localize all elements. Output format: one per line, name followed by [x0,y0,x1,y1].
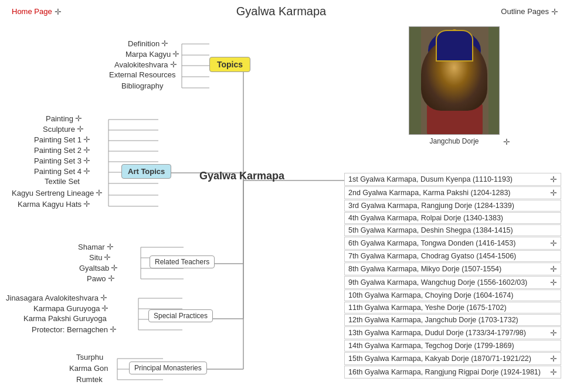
list-item[interactable]: 3rd Gyalwa Karmapa, Rangjung Dorje (1284… [344,200,561,212]
ps2-plus-icon: ✛ [83,145,90,155]
list-item[interactable]: 6th Gyalwa Karmapa, Tongwa Donden (1416-… [344,237,561,250]
kkh-plus-icon: ✛ [83,199,90,209]
mon-item-rumtek[interactable]: Rumtek [76,375,103,384]
outline-pages-label: Outline Pages [501,7,549,16]
list-item-label: 1st Gyalwa Karmapa, Dusum Kyenpa (1110-1… [348,175,513,183]
special-practices-box[interactable]: Special Practices [148,309,213,322]
art-topics-box[interactable]: Art Topics [121,164,171,179]
topics-item-external-resources[interactable]: External Resources [109,70,175,79]
rt-item-situ[interactable]: Situ ✛ [89,253,111,262]
list-item-label: 11th Gyalwa Karmapa, Yeshe Dorje (1675-1… [348,304,507,312]
topics-item-bibliography[interactable]: Bibliography [121,81,164,90]
sp-item-jinasagara[interactable]: Jinasagara Avalokiteshvara ✛ [6,293,107,302]
svg-rect-45 [442,36,467,40]
svg-rect-48 [409,27,421,135]
list-item-label: 13th Gyalwa Karmapa, Dudul Dorje (1733/3… [348,329,526,337]
list-item-label: 14th Gyalwa Karmapa, Tegchog Dorje (1799… [348,342,514,350]
jina-plus-icon: ✛ [100,293,107,302]
painting-plus-icon: ✛ [75,114,82,123]
list-item-plus-icon: ✛ [550,367,557,377]
art-item-painting-set-2[interactable]: Painting Set 2 ✛ [34,145,90,155]
page-title: Gyalwa Karmapa [62,5,501,18]
art-item-karma-kagyu-hats[interactable]: Karma Kagyu Hats ✛ [18,199,90,209]
list-item-plus-icon: ✛ [550,328,557,338]
topics-box[interactable]: Topics [209,57,250,72]
list-item[interactable]: 14th Gyalwa Karmapa, Tegchog Dorje (1799… [344,340,561,352]
list-item[interactable]: 13th Gyalwa Karmapa, Dudul Dorje (1733/3… [344,326,561,339]
art-item-painting-set-4[interactable]: Painting Set 4 ✛ [34,166,90,176]
list-item[interactable]: 1st Gyalwa Karmapa, Dusum Kyenpa (1110-1… [344,173,561,186]
list-item[interactable]: 7th Gyalwa Karmapa, Chodrag Gyatso (1454… [344,250,561,262]
outline-plus-icon: ✛ [551,7,558,16]
topics-marpa-label: Marpa Kagyu [125,50,171,59]
list-item[interactable]: 5th Gyalwa Karmapa, Deshin Shegpa (1384-… [344,224,561,236]
topics-definition-label: Definition [128,39,160,48]
topics-item-avalokiteshvara[interactable]: Avalokiteshvara ✛ [114,60,177,69]
art-item-sculpture[interactable]: Sculpture ✛ [43,124,84,134]
art-topics-label: Art Topics [128,167,165,176]
art-item-textile-set[interactable]: Textile Set [45,177,80,186]
related-teachers-box[interactable]: Related Teachers [150,255,215,268]
list-item-label: 2nd Gyalwa Karmapa, Karma Pakshi (1204-1… [348,189,511,197]
list-item[interactable]: 8th Gyalwa Karmapa, Mikyo Dorje (1507-15… [344,263,561,275]
list-item[interactable]: 12th Gyalwa Karmapa, Jangchub Dorje (170… [344,314,561,326]
list-item-plus-icon: ✛ [550,264,557,274]
marpa-plus-icon: ✛ [172,49,179,59]
art-item-painting-set-3[interactable]: Painting Set 3 ✛ [34,156,90,165]
topics-item-marpa-kagyu[interactable]: Marpa Kagyu ✛ [125,49,179,59]
list-item-plus-icon: ✛ [550,175,557,184]
rt-item-shamar[interactable]: Shamar ✛ [78,242,114,251]
art-item-painting[interactable]: Painting ✛ [46,114,82,123]
kg-plus-icon: ✛ [101,304,108,313]
svg-rect-49 [488,27,500,135]
list-item-plus-icon: ✛ [550,238,557,248]
sp-item-karmapa-guruyoga[interactable]: Karmapa Guruyoga ✛ [33,304,108,313]
list-item-label: 3rd Gyalwa Karmapa, Rangjung Dorje (1284… [348,202,514,210]
list-item-label: 8th Gyalwa Karmapa, Mikyo Dorje (1507-15… [348,265,501,273]
list-item[interactable]: 15th Gyalwa Karmapa, Kakyab Dorje (1870/… [344,352,561,365]
central-title: Gyalwa Karmapa [199,170,284,182]
list-item[interactable]: 9th Gyalwa Karmapa, Wangchug Dorje (1556… [344,276,561,289]
image-section: ✛ Jangchub Dorje [409,26,500,145]
list-item[interactable]: 11th Gyalwa Karmapa, Yeshe Dorje (1675-1… [344,302,561,313]
topics-ext-label: External Resources [109,70,175,79]
ksl-plus-icon: ✛ [96,188,103,197]
ps4-plus-icon: ✛ [83,166,90,176]
list-item[interactable]: 4th Gyalwa Karmapa, Rolpai Dorje (1340-1… [344,212,561,224]
shamar-plus-icon: ✛ [107,242,114,251]
list-item-label: 6th Gyalwa Karmapa, Tongwa Donden (1416-… [348,239,515,247]
mon-item-tsurphu[interactable]: Tsurphu [76,353,103,362]
sp-item-karma-pakshi[interactable]: Karma Pakshi Guruyoga [23,314,107,323]
image-expand-icon: ✛ [503,137,510,146]
gyaltsab-plus-icon: ✛ [111,263,118,272]
list-item-label: 9th Gyalwa Karmapa, Wangchug Dorje (1556… [348,278,527,287]
page-container: Home Page ✛ Gyalwa Karmapa Outline Pages… [0,0,570,392]
sp-item-protector[interactable]: Protector: Bernagchen ✛ [32,325,117,334]
list-item-label: 12th Gyalwa Karmapa, Jangchub Dorje (170… [348,316,518,324]
ps1-plus-icon: ✛ [83,135,90,144]
mon-item-karma-gon[interactable]: Karma Gon [69,364,108,373]
home-plus-icon: ✛ [55,7,62,16]
list-item[interactable]: 10th Gyalwa Karmapa, Choying Dorje (1604… [344,289,561,301]
topics-item-definition[interactable]: Definition ✛ [128,39,168,48]
svg-point-43 [428,30,481,71]
list-item[interactable]: 16th Gyalwa Karmapa, Rangjung Rigpai Dor… [344,366,561,379]
outline-pages-link[interactable]: Outline Pages ✛ [501,7,558,16]
art-item-kagyu-sertreng[interactable]: Kagyu Sertreng Lineage ✛ [12,188,103,197]
principal-monasteries-box[interactable]: Principal Monasteries [129,362,207,374]
rt-item-gyaltsab[interactable]: Gyaltsab ✛ [79,263,118,272]
list-item-label: 4th Gyalwa Karmapa, Rolpai Dorje (1340-1… [348,214,503,222]
topics-label: Topics [217,60,243,69]
svg-rect-47 [427,103,483,135]
sculpture-plus-icon: ✛ [77,124,84,134]
list-item-plus-icon: ✛ [550,188,557,197]
topics-bib-label: Bibliography [121,81,164,90]
list-item[interactable]: 2nd Gyalwa Karmapa, Karma Pakshi (1204-1… [344,186,561,199]
home-page-link[interactable]: Home Page ✛ [12,7,62,16]
rt-item-pawo[interactable]: Pawo ✛ [87,274,115,283]
def-plus-icon: ✛ [161,39,168,48]
situ-plus-icon: ✛ [104,253,111,262]
list-item-plus-icon: ✛ [550,278,557,287]
prot-plus-icon: ✛ [110,325,117,334]
art-item-painting-set-1[interactable]: Painting Set 1 ✛ [34,135,90,144]
